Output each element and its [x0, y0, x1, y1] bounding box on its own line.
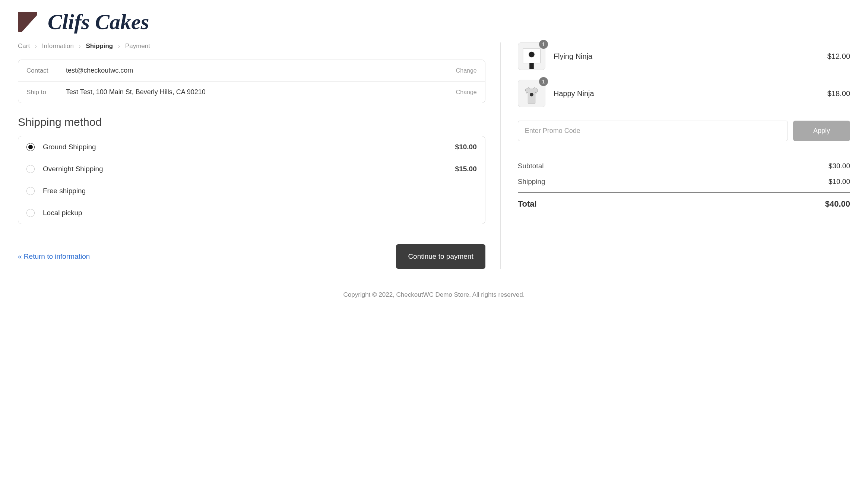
product-name: Flying Ninja: [554, 52, 827, 61]
checkout-left-column: Cart › Information › Shipping › Payment …: [18, 42, 501, 269]
header: Clifs Cakes: [18, 11, 850, 33]
shipping-methods: Ground Shipping $10.00 Overnight Shippin…: [18, 136, 485, 224]
tshirt-icon: [521, 85, 542, 107]
cart-item: 1 Flying Ninja $12.00: [518, 42, 850, 70]
return-to-information-link[interactable]: « Return to information: [18, 252, 90, 261]
breadcrumb-shipping: Shipping: [86, 42, 113, 50]
radio-icon: [26, 209, 35, 217]
continue-to-payment-button[interactable]: Continue to payment: [396, 244, 485, 269]
radio-icon: [26, 187, 35, 195]
order-totals: Subtotal $30.00 Shipping $10.00 Total $4…: [518, 158, 850, 213]
shipping-option-label: Ground Shipping: [43, 143, 455, 151]
shipping-row: Shipping $10.00: [518, 174, 850, 190]
chevron-right-icon: ›: [118, 43, 120, 49]
logo-icon: [18, 12, 37, 32]
svg-rect-2: [529, 63, 534, 69]
review-shipto-value: Test Test, 100 Main St, Beverly Hills, C…: [66, 88, 456, 96]
breadcrumb-payment[interactable]: Payment: [125, 42, 150, 50]
shipping-amount: $10.00: [829, 178, 850, 186]
svg-point-3: [530, 93, 533, 96]
promo-code-input[interactable]: [518, 121, 788, 141]
review-shipto-row: Ship to Test Test, 100 Main St, Beverly …: [18, 81, 485, 103]
total-amount: $40.00: [825, 199, 850, 209]
total-label: Total: [518, 199, 537, 209]
breadcrumb-cart[interactable]: Cart: [18, 42, 30, 50]
product-thumbnail: 1: [518, 80, 545, 107]
poster-icon: [521, 48, 542, 70]
breadcrumb-information[interactable]: Information: [42, 42, 74, 50]
radio-icon: [26, 165, 35, 173]
shipping-label: Shipping: [518, 178, 545, 186]
change-contact-link[interactable]: Change: [456, 67, 477, 74]
quantity-badge: 1: [539, 40, 548, 49]
shipping-option-label: Overnight Shipping: [43, 165, 455, 173]
review-contact-label: Contact: [26, 67, 66, 74]
review-contact-row: Contact test@checkoutwc.com Change: [18, 60, 485, 81]
bottom-nav: « Return to information Continue to paym…: [18, 244, 485, 269]
apply-promo-button[interactable]: Apply: [793, 121, 850, 141]
product-price: $12.00: [827, 52, 850, 61]
product-thumbnail: 1: [518, 42, 545, 70]
shipping-option-free[interactable]: Free shipping: [18, 180, 485, 202]
product-name: Happy Ninja: [554, 89, 827, 98]
shipping-option-label: Free shipping: [43, 187, 477, 195]
radio-icon: [26, 143, 35, 151]
cart-item: 1 Happy Ninja $18.00: [518, 80, 850, 107]
chevron-right-icon: ›: [35, 43, 37, 49]
shipping-method-heading: Shipping method: [18, 116, 485, 128]
review-box: Contact test@checkoutwc.com Change Ship …: [18, 60, 485, 103]
shipping-option-overnight[interactable]: Overnight Shipping $15.00: [18, 158, 485, 180]
breadcrumb: Cart › Information › Shipping › Payment: [18, 42, 485, 50]
subtotal-row: Subtotal $30.00: [518, 158, 850, 174]
subtotal-amount: $30.00: [829, 162, 850, 170]
review-shipto-label: Ship to: [26, 89, 66, 96]
shipping-option-price: $15.00: [455, 165, 477, 173]
brand-name: Clifs Cakes: [48, 11, 149, 33]
quantity-badge: 1: [539, 77, 548, 86]
chevron-right-icon: ›: [79, 43, 81, 49]
total-row: Total $40.00: [518, 192, 850, 213]
promo-code-row: Apply: [518, 121, 850, 141]
product-price: $18.00: [827, 89, 850, 98]
review-contact-value: test@checkoutwc.com: [66, 67, 456, 74]
shipping-option-label: Local pickup: [43, 209, 477, 217]
svg-point-1: [529, 52, 534, 57]
change-shipto-link[interactable]: Change: [456, 89, 477, 96]
shipping-option-pickup[interactable]: Local pickup: [18, 202, 485, 224]
order-summary-column: 1 Flying Ninja $12.00 1 Happy Ninja $18.…: [501, 42, 850, 269]
subtotal-label: Subtotal: [518, 162, 544, 170]
shipping-option-price: $10.00: [455, 143, 477, 151]
shipping-option-ground[interactable]: Ground Shipping $10.00: [18, 136, 485, 158]
footer-copyright: Copyright © 2022, CheckoutWC Demo Store.…: [18, 291, 850, 299]
